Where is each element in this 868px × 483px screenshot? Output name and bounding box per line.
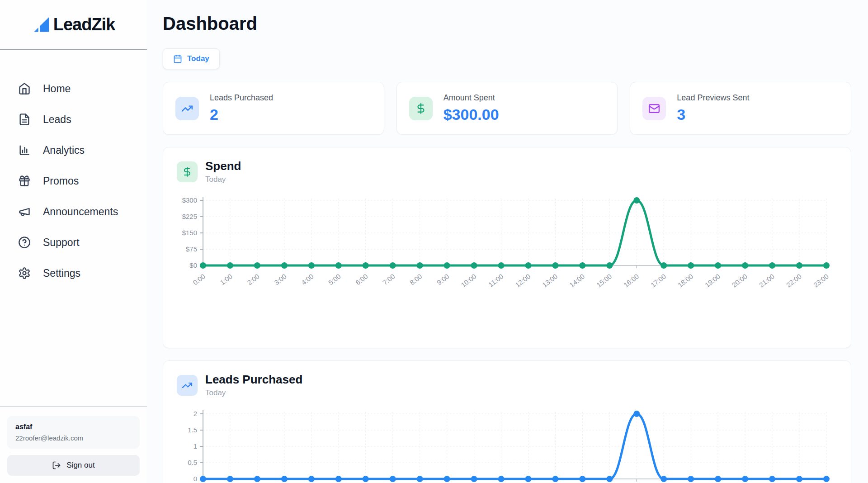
sidebar-item-label: Home [43,83,71,95]
page-title: Dashboard [163,14,851,34]
sidebar-item-settings[interactable]: Settings [18,258,147,289]
stat-value: 2 [210,106,273,123]
svg-text:19:00: 19:00 [703,272,722,289]
leads-line-chart: 21.510.500:001:002:003:004:005:006:007:0… [177,405,837,483]
svg-text:8:00: 8:00 [408,272,423,286]
svg-text:0.5: 0.5 [188,459,197,466]
bar-chart-icon [18,144,31,156]
svg-text:7:00: 7:00 [381,272,396,286]
sidebar-item-label: Analytics [43,144,85,156]
sidebar-item-label: Promos [43,175,79,187]
main-content: Dashboard Today Leads Purchased 2 Amount… [147,0,868,483]
spend-chart-header: Spend Today [177,159,837,184]
svg-text:16:00: 16:00 [622,272,640,289]
svg-text:0: 0 [193,475,197,483]
gear-icon [18,267,31,279]
sign-out-label: Sign out [66,461,94,470]
svg-text:20:00: 20:00 [731,272,749,289]
brand-name: LeadZik [53,15,115,34]
svg-text:10:00: 10:00 [459,272,477,289]
spend-chart-card: Spend Today $300$225$150$75$00:001:002:0… [163,147,851,348]
svg-text:$150: $150 [182,229,197,237]
chart-icon-box [177,375,198,396]
sidebar-item-analytics[interactable]: Analytics [18,135,147,166]
chart-subtitle: Today [205,388,302,398]
svg-text:9:00: 9:00 [435,272,450,286]
svg-text:6:00: 6:00 [354,272,369,286]
sidebar-item-label: Settings [43,267,80,279]
svg-text:2: 2 [193,410,197,417]
mail-icon [648,103,660,114]
stat-card-amount-spent: Amount Spent $300.00 [396,82,618,135]
sidebar-item-label: Support [43,237,80,249]
svg-text:$0: $0 [189,261,197,269]
sidebar-item-promos[interactable]: Promos [18,166,147,196]
svg-text:14:00: 14:00 [568,272,586,289]
stat-value: $300.00 [443,106,499,123]
svg-text:3:00: 3:00 [273,272,288,286]
svg-text:$225: $225 [182,213,197,220]
sidebar-item-label: Leads [43,114,71,126]
trending-up-icon [181,103,193,114]
stat-value: 3 [677,106,749,123]
trending-up-icon [182,380,193,391]
stats-row: Leads Purchased 2 Amount Spent $300.00 L… [163,82,851,135]
stat-card-leads-purchased: Leads Purchased 2 [163,82,384,135]
chart-title: Spend [205,159,241,173]
svg-text:17:00: 17:00 [649,272,667,289]
help-circle-icon [18,236,31,249]
user-email: 22roofer@leadzik.com [15,434,132,442]
dollar-icon [182,166,193,177]
stat-icon-box [642,97,666,120]
svg-text:$75: $75 [186,245,197,253]
sidebar: LeadZik Home Leads Analytics Promos Anno… [0,0,147,483]
sidebar-footer: asfaf 22roofer@leadzik.com Sign out [0,407,147,483]
svg-text:18:00: 18:00 [676,272,694,289]
sidebar-item-announcements[interactable]: Announcements [18,196,147,227]
sidebar-item-label: Announcements [43,206,118,218]
user-card: asfaf 22roofer@leadzik.com [7,416,140,449]
svg-text:4:00: 4:00 [300,272,315,286]
chart-subtitle: Today [205,175,241,184]
stat-icon-box [175,97,199,120]
calendar-icon [173,54,182,63]
megaphone-icon [18,205,31,218]
home-icon [18,82,31,95]
brand-logo: LeadZik [0,0,147,50]
stat-card-lead-previews-sent: Lead Previews Sent 3 [630,82,851,135]
svg-text:1: 1 [193,442,197,450]
sidebar-nav: Home Leads Analytics Promos Announcement… [0,50,147,289]
sidebar-item-leads[interactable]: Leads [18,104,147,135]
svg-text:15:00: 15:00 [595,272,613,289]
svg-text:21:00: 21:00 [758,272,776,289]
svg-text:22:00: 22:00 [785,272,803,289]
svg-text:1:00: 1:00 [218,272,233,286]
leadzik-arrow-icon [32,15,52,35]
gift-icon [18,175,31,187]
chart-icon-box [177,161,198,182]
svg-text:23:00: 23:00 [812,272,830,289]
sidebar-item-support[interactable]: Support [18,227,147,258]
logout-icon [52,461,61,470]
leads-chart-header: Leads Purchased Today [177,373,837,398]
svg-text:$300: $300 [182,196,197,204]
stat-icon-box [409,97,433,120]
svg-text:2:00: 2:00 [245,272,260,286]
chart-title: Leads Purchased [205,373,302,387]
svg-text:11:00: 11:00 [487,272,505,289]
stat-label: Amount Spent [443,93,499,103]
file-text-icon [18,113,31,126]
spend-line-chart: $300$225$150$75$00:001:002:003:004:005:0… [177,191,837,296]
sign-out-button[interactable]: Sign out [7,455,140,476]
date-filter-button[interactable]: Today [163,48,220,69]
stat-label: Lead Previews Sent [677,93,749,103]
leads-purchased-chart-card: Leads Purchased Today 21.510.500:001:002… [163,360,851,483]
dollar-icon [415,103,427,114]
svg-text:0:00: 0:00 [191,272,206,286]
svg-text:5:00: 5:00 [327,272,342,286]
user-name: asfaf [15,423,132,431]
date-filter-label: Today [187,54,209,63]
sidebar-item-home[interactable]: Home [18,73,147,104]
stat-label: Leads Purchased [210,93,273,103]
svg-text:13:00: 13:00 [541,272,559,289]
